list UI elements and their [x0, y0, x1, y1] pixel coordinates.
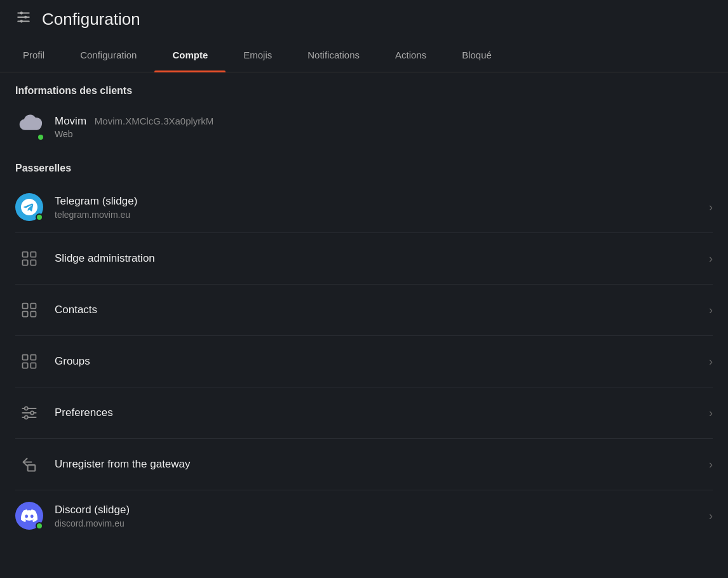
main-content: Informations des clients Movim Movim.XMC…	[0, 72, 728, 541]
svg-rect-11	[30, 304, 36, 309]
tab-configuration[interactable]: Configuration	[62, 38, 154, 72]
header: Configuration	[0, 0, 728, 38]
page-title: Configuration	[42, 10, 140, 29]
list-item-contacts[interactable]: Contacts ›	[15, 285, 713, 336]
telegram-title: Telegram (slidge)	[55, 195, 698, 208]
groups-text: Groups	[55, 355, 698, 368]
contacts-title: Contacts	[55, 304, 698, 316]
discord-status-dot	[36, 522, 43, 530]
preferences-text: Preferences	[55, 407, 698, 419]
list-item-groups[interactable]: Groups ›	[15, 336, 713, 387]
client-info-row: Movim Movim.XMClcG.3Xa0plyrkM Web	[15, 104, 713, 150]
section-clients-title: Informations des clients	[15, 72, 713, 104]
svg-rect-7	[30, 252, 36, 257]
telegram-subtitle: telegram.movim.eu	[55, 210, 698, 220]
section-gateways-title: Passerelles	[15, 150, 713, 182]
client-type: Web	[55, 129, 213, 139]
svg-rect-12	[23, 311, 28, 316]
discord-icon	[15, 502, 43, 530]
unregister-title: Unregister from the gateway	[55, 458, 698, 471]
discord-chevron: ›	[709, 509, 713, 523]
slidge-admin-chevron: ›	[709, 252, 713, 265]
client-name: Movim Movim.XMClcG.3Xa0plyrkM	[55, 115, 213, 128]
svg-point-4	[24, 16, 27, 18]
discord-subtitle: discord.movim.eu	[55, 518, 698, 528]
list-item-discord[interactable]: Discord (slidge) discord.movim.eu ›	[15, 490, 713, 541]
unregister-chevron: ›	[709, 458, 713, 471]
svg-rect-17	[30, 363, 36, 368]
contacts-icon	[15, 296, 43, 324]
tab-actions[interactable]: Actions	[377, 38, 444, 72]
svg-rect-25	[28, 465, 36, 471]
svg-rect-10	[23, 304, 28, 309]
config-icon	[15, 9, 32, 29]
client-status-dot	[37, 133, 44, 141]
tab-emojis[interactable]: Emojis	[226, 38, 290, 72]
tab-compte[interactable]: Compte	[154, 38, 226, 72]
svg-rect-16	[23, 363, 28, 368]
tab-notifications[interactable]: Notifications	[290, 38, 377, 72]
tabs-bar: Profil Configuration Compte Emojis Notif…	[0, 38, 728, 72]
client-id: Movim.XMClcG.3Xa0plyrkM	[95, 116, 214, 126]
slidge-admin-text: Slidge administration	[55, 252, 698, 265]
groups-icon	[15, 347, 43, 375]
list-item-slidge-admin[interactable]: Slidge administration ›	[15, 233, 713, 285]
telegram-chevron: ›	[709, 201, 713, 214]
svg-rect-8	[23, 260, 28, 265]
discord-text: Discord (slidge) discord.movim.eu	[55, 504, 698, 528]
list-item-telegram[interactable]: Telegram (slidge) telegram.movim.eu ›	[15, 182, 713, 233]
groups-title: Groups	[55, 355, 698, 368]
groups-chevron: ›	[709, 355, 713, 368]
svg-point-22	[30, 411, 34, 414]
tab-profil[interactable]: Profil	[5, 38, 62, 72]
svg-point-3	[20, 11, 23, 14]
client-text: Movim Movim.XMClcG.3Xa0plyrkM Web	[55, 115, 213, 139]
preferences-chevron: ›	[709, 407, 713, 420]
discord-title: Discord (slidge)	[55, 504, 698, 516]
unregister-icon	[15, 450, 43, 478]
list-item-unregister[interactable]: Unregister from the gateway ›	[15, 439, 713, 490]
preferences-title: Preferences	[55, 407, 698, 419]
slidge-admin-icon	[15, 245, 43, 272]
svg-point-5	[20, 20, 23, 22]
telegram-icon	[15, 193, 43, 221]
unregister-text: Unregister from the gateway	[55, 458, 698, 471]
tab-bloque[interactable]: Bloqué	[444, 38, 509, 72]
telegram-text: Telegram (slidge) telegram.movim.eu	[55, 195, 698, 220]
slidge-admin-title: Slidge administration	[55, 252, 698, 265]
preferences-icon	[15, 399, 43, 427]
telegram-status-dot	[36, 213, 43, 221]
svg-point-23	[25, 415, 28, 419]
svg-rect-14	[23, 355, 28, 360]
svg-point-21	[25, 407, 28, 410]
svg-rect-9	[30, 260, 36, 265]
svg-rect-13	[30, 311, 36, 316]
svg-rect-6	[23, 252, 28, 257]
contacts-text: Contacts	[55, 304, 698, 316]
svg-rect-15	[30, 355, 36, 360]
list-item-preferences[interactable]: Preferences ›	[15, 387, 713, 439]
client-icon-wrap	[15, 112, 46, 142]
contacts-chevron: ›	[709, 304, 713, 317]
